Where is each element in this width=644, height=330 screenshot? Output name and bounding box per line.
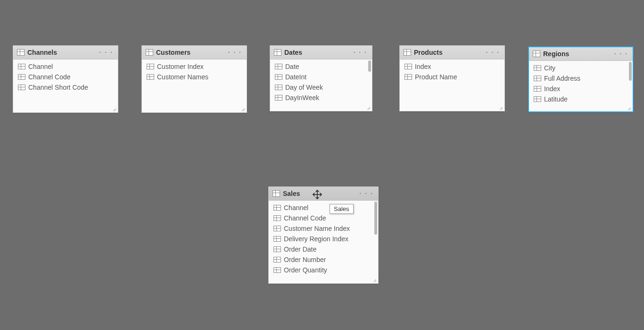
table-title: Dates [284,49,350,56]
table-icon [274,49,281,56]
more-icon[interactable]: · · · [613,50,629,58]
table-card-products[interactable]: Products · · · Index Product Name [399,45,505,111]
field-label: Channel Code [284,214,326,222]
more-icon[interactable]: · · · [359,190,374,197]
more-icon[interactable]: · · · [227,49,243,56]
field-label: Order Number [284,256,326,263]
field-label: Order Date [284,245,316,253]
column-icon [18,64,25,69]
table-header-sales[interactable]: Sales · · · [269,187,378,201]
field-label: Delivery Region Index [284,235,348,243]
column-icon [405,74,412,80]
column-icon [534,65,541,71]
field-row[interactable]: Channel Code [269,213,378,223]
field-label: Customer Names [157,73,208,81]
field-label: Product Name [415,73,457,81]
field-list: Customer Index Customer Names [142,59,247,112]
column-icon [273,257,281,262]
table-card-regions[interactable]: Regions · · · City Full Address Index La… [528,46,634,112]
column-icon [18,74,25,80]
field-row[interactable]: Index [400,61,504,72]
column-icon [147,74,154,80]
field-list: Date DateInt Day of Week DayInWeek [270,59,372,111]
table-header-channels[interactable]: Channels · · · [13,46,118,59]
table-title: Customers [156,49,224,56]
table-icon [272,190,280,197]
field-row[interactable]: Day of Week [270,82,372,93]
column-icon [273,236,281,242]
field-row[interactable]: Customer Names [142,72,247,82]
field-row[interactable]: Delivery Region Index [269,234,378,244]
scrollbar-thumb[interactable] [629,62,632,81]
field-row[interactable]: Customer Index [142,61,247,72]
column-icon [534,86,541,92]
field-list: Channel Channel Code Channel Short Code [13,59,118,112]
field-row[interactable]: Order Date [269,244,378,254]
table-header-dates[interactable]: Dates · · · [270,46,372,59]
field-row[interactable]: Index [529,84,633,94]
field-label: Latitude [544,95,568,103]
field-label: Channel [28,63,53,70]
field-label: Customer Index [157,63,204,70]
more-icon[interactable]: · · · [485,49,501,56]
field-label: Channel Short Code [28,84,88,91]
drag-tooltip: Sales [330,204,354,214]
field-row[interactable]: City [529,63,633,73]
more-icon[interactable]: · · · [353,49,368,56]
column-icon [273,246,281,252]
field-label: Day of Week [285,84,323,91]
field-label: DateInt [285,73,306,81]
table-icon [17,49,25,56]
table-icon [404,49,411,56]
table-header-products[interactable]: Products · · · [400,46,504,59]
table-card-sales[interactable]: Sales · · · Channel Channel Code Custome… [268,186,379,284]
column-icon [275,74,282,80]
column-icon [275,85,282,90]
table-card-customers[interactable]: Customers · · · Customer Index Customer … [141,45,247,113]
table-title: Regions [543,50,611,58]
table-title: Products [414,49,482,56]
field-row[interactable]: Order Quantity [269,265,378,275]
field-row[interactable]: DateInt [270,72,372,82]
table-header-customers[interactable]: Customers · · · [142,46,247,59]
field-row[interactable]: Channel Short Code [13,82,118,93]
field-label: Date [285,63,299,70]
column-icon [18,85,25,90]
field-label: Index [544,85,560,93]
column-icon [273,205,281,211]
field-row[interactable]: Date [270,61,372,72]
field-label: Channel [284,204,308,212]
field-row[interactable]: Product Name [400,72,504,82]
field-list: Index Product Name [400,59,504,111]
table-header-regions[interactable]: Regions · · · [529,47,633,61]
scrollbar-thumb[interactable] [374,202,377,235]
table-icon [533,51,540,57]
field-row[interactable]: Customer Name Index [269,223,378,234]
field-row[interactable]: Order Number [269,254,378,265]
column-icon [273,215,281,221]
column-icon [147,64,154,69]
field-list: Channel Channel Code Customer Name Index… [269,201,378,283]
column-icon [275,64,282,69]
field-row[interactable]: Channel Code [13,72,118,82]
field-row[interactable]: Latitude [529,94,633,104]
field-row[interactable]: Full Address [529,73,633,84]
tooltip-text: Sales [334,205,349,212]
more-icon[interactable]: · · · [99,49,114,56]
column-icon [273,267,281,273]
table-title: Channels [27,49,96,56]
field-label: Index [415,63,431,70]
table-icon [146,49,153,56]
column-icon [273,226,281,231]
field-row[interactable]: DayInWeek [270,93,372,103]
field-row[interactable]: Channel [13,61,118,72]
field-label: Customer Name Index [284,225,350,232]
field-row[interactable]: Channel [269,203,378,213]
field-label: Channel Code [28,73,71,81]
table-card-channels[interactable]: Channels · · · Channel Channel Code Chan… [13,45,118,113]
column-icon [534,96,541,102]
field-label: DayInWeek [285,94,319,102]
field-list: City Full Address Index Latitude [529,61,633,111]
scrollbar-thumb[interactable] [368,60,371,72]
table-card-dates[interactable]: Dates · · · Date DateInt Day of Week Day… [270,45,372,111]
